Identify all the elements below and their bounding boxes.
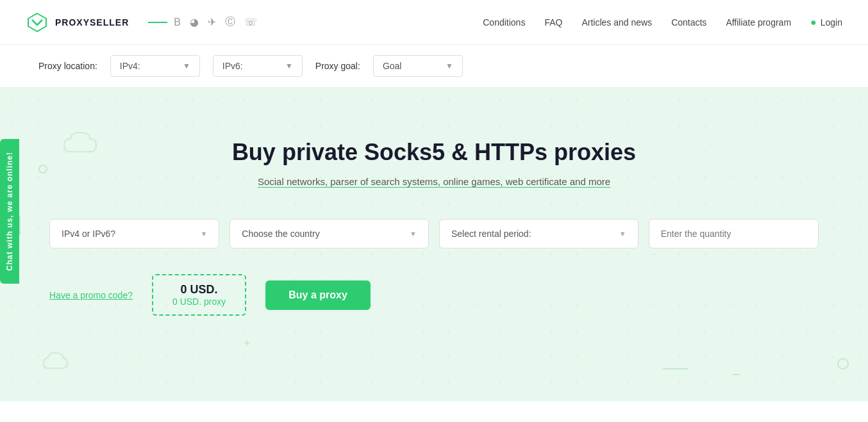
deco-circle-2 xyxy=(837,358,849,369)
proxy-type-value: IPv4 or IPv6? xyxy=(62,229,115,239)
chat-icon[interactable]: ☏ xyxy=(244,16,257,28)
bottom-row: Have a promo code? 0 USD. 0 USD. proxy B… xyxy=(49,274,819,316)
goal-select[interactable]: Goal ▼ xyxy=(373,55,463,77)
hero-section: + ⎯ Buy private Socks5 & HTTPs proxies S… xyxy=(0,88,868,402)
nav-conditions[interactable]: Conditions xyxy=(483,17,525,28)
livechat-widget[interactable]: Chat with us, we are online! xyxy=(0,138,19,283)
logo-text: PROXYSELLER xyxy=(55,17,129,28)
promo-code-link[interactable]: Have a promo code? xyxy=(49,290,133,300)
login-button[interactable]: ● Login xyxy=(810,17,842,28)
quantity-input[interactable] xyxy=(649,219,819,248)
logo-divider xyxy=(148,22,167,23)
nav-contacts[interactable]: Contacts xyxy=(671,17,706,28)
goal-value: Goal xyxy=(383,61,402,71)
country-value: Choose the country xyxy=(242,229,319,239)
logo-area: PROXYSELLER xyxy=(26,11,129,34)
rental-period-value: Select rental period: xyxy=(451,229,531,239)
goal-chevron: ▼ xyxy=(446,61,453,70)
deco-circle-1 xyxy=(38,165,47,174)
nav-faq[interactable]: FAQ xyxy=(544,17,562,28)
nav-right: Conditions FAQ Articles and news Contact… xyxy=(483,17,842,28)
buy-proxy-button[interactable]: Buy a proxy xyxy=(265,280,371,310)
telegram-icon[interactable]: ✈ xyxy=(208,16,216,28)
compass-icon[interactable]: ◕ xyxy=(190,16,199,28)
proxy-location-label: Proxy location: xyxy=(38,61,97,71)
svg-marker-0 xyxy=(28,13,46,31)
price-box: 0 USD. 0 USD. proxy xyxy=(152,274,246,316)
deco-line-1 xyxy=(663,368,689,369)
proxy-type-chevron: ▼ xyxy=(200,230,207,238)
deco-line-2 xyxy=(19,216,21,235)
price-sub: 0 USD. proxy xyxy=(172,296,226,307)
rental-period-chevron: ▼ xyxy=(619,230,626,238)
login-label: Login xyxy=(821,17,842,28)
ipv4-label: IPv4: xyxy=(120,61,140,71)
cloud-decoration-2 xyxy=(38,348,77,376)
nav-affiliate[interactable]: Affiliate program xyxy=(726,17,791,28)
nav-articles[interactable]: Articles and news xyxy=(581,17,652,28)
proxy-goal-label: Proxy goal: xyxy=(315,61,360,71)
ipv6-select[interactable]: IPv6: ▼ xyxy=(213,55,303,77)
deco-x-2: ⎯ xyxy=(733,362,740,376)
hero-title: Buy private Socks5 & HTTPs proxies xyxy=(232,139,636,166)
proxy-type-select[interactable]: IPv4 or IPv6? ▼ xyxy=(49,219,219,248)
skype-icon[interactable]: Ⓒ xyxy=(225,15,235,29)
social-icons: В ◕ ✈ Ⓒ ☏ xyxy=(174,15,257,29)
vk-icon[interactable]: В xyxy=(174,17,181,28)
ipv6-label: IPv6: xyxy=(222,61,243,71)
logo-icon xyxy=(26,11,49,34)
hero-subtitle: Social networks, parser of search system… xyxy=(258,176,610,187)
deco-x-1: + xyxy=(244,337,251,350)
price-main: 0 USD. xyxy=(172,283,226,296)
user-icon: ● xyxy=(810,17,817,28)
header: PROXYSELLER В ◕ ✈ Ⓒ ☏ Conditions FAQ Art… xyxy=(0,0,868,45)
country-chevron: ▼ xyxy=(410,230,417,238)
filter-bar: Proxy location: IPv4: ▼ IPv6: ▼ Proxy go… xyxy=(0,45,868,88)
ipv4-select[interactable]: IPv4: ▼ xyxy=(110,55,200,77)
cloud-decoration-1 xyxy=(58,126,109,161)
config-row: IPv4 or IPv6? ▼ Choose the country ▼ Sel… xyxy=(49,219,819,248)
country-select[interactable]: Choose the country ▼ xyxy=(230,219,429,248)
rental-period-select[interactable]: Select rental period: ▼ xyxy=(439,219,638,248)
ipv4-chevron: ▼ xyxy=(183,61,190,70)
ipv6-chevron: ▼ xyxy=(285,61,293,70)
